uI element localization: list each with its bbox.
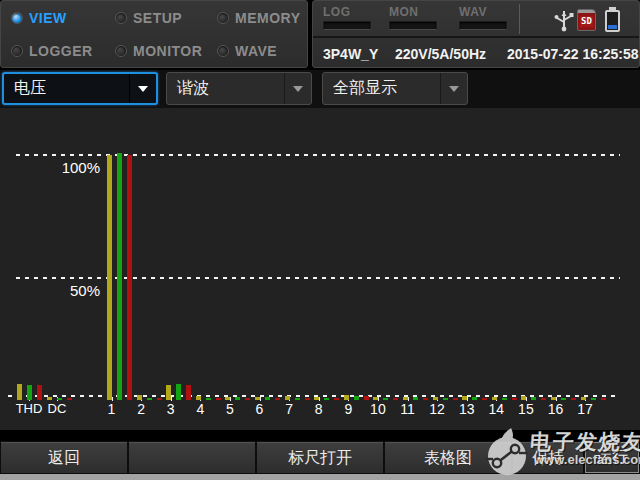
wiring-mode: 3P4W_Y [323,46,378,62]
bar-phase-B-green-2 [147,398,152,400]
ruler-open-button[interactable]: 标尺打开 [257,442,383,473]
x-axis-label: 10 [370,401,386,417]
top-bar: VIEW SETUP MEMORY LOGGER MONITOR WAVE [0,0,640,68]
mode-radio-wave[interactable]: WAVE [217,43,277,59]
mon-indicator: MON [389,5,437,30]
log-indicator: LOG [323,5,371,30]
channel-dropdown[interactable]: 电压 [2,72,158,105]
mode-label: VIEW [29,10,67,26]
x-axis-label: 3 [167,401,175,417]
bar-phase-B-green-13 [472,397,477,400]
softkey-bar: 返回 标尺打开 表格图 保持 运行 [0,441,640,474]
wav-indicator-bar [459,21,507,30]
mode-radio-logger[interactable]: LOGGER [11,43,93,59]
bar-phase-B-green-6 [265,397,270,400]
sd-card-label: SD [580,16,593,27]
x-axis-label: DC [48,401,67,416]
bar-phase-C-red-1 [127,155,132,400]
display-range-dropdown[interactable]: 全部显示 [322,72,468,105]
x-axis-label: THD [16,401,43,416]
bar-phase-A-yellow-14 [492,397,497,400]
bar-phase-B-green-THD [27,385,32,400]
radio-icon [115,45,127,57]
bar-phase-C-red-17 [601,398,606,400]
bar-phase-B-green-16 [561,398,566,400]
sd-card-icon: SD [577,9,596,31]
bar-phase-B-green-5 [235,397,240,400]
bar-phase-C-red-8 [334,398,339,400]
mode-label: WAVE [235,43,277,59]
mode-radio-memory[interactable]: MEMORY [217,10,300,26]
range-setting: 220V/5A/50Hz [395,46,486,62]
view-type-dropdown-value: 谐波 [167,78,284,99]
battery-icon [605,10,620,32]
bar-phase-B-green-12 [443,398,448,400]
radio-selected-icon [11,12,23,24]
dropdown-arrow-button[interactable] [284,73,311,104]
bar-phase-C-red-6 [275,398,280,400]
bar-phase-A-yellow-4 [196,396,201,400]
divider [519,4,520,34]
radio-icon [11,45,23,57]
mode-radio-monitor[interactable]: MONITOR [115,43,202,59]
mon-indicator-label: MON [389,5,437,19]
table-view-button[interactable]: 表格图 [385,442,511,473]
empty-softkey[interactable] [129,442,255,473]
hold-button[interactable]: 保持 [513,442,583,473]
bar-phase-A-yellow-9 [344,395,349,400]
chevron-down-icon [138,86,148,92]
mode-radio-view[interactable]: VIEW [11,10,67,26]
bar-phase-C-red-7 [305,398,310,400]
bar-phase-A-yellow-6 [255,397,260,400]
mode-label: MEMORY [235,10,300,26]
bar-phase-C-red-13 [482,398,487,400]
bar-phase-C-red-16 [571,398,576,400]
mode-radio-panel: VIEW SETUP MEMORY LOGGER MONITOR WAVE [0,0,308,68]
selector-toolbar: 电压 谐波 全部显示 [0,70,640,108]
bar-phase-B-green-1 [117,153,122,400]
radio-icon [217,12,229,24]
bar-phase-B-green-15 [531,397,536,400]
bar-phase-A-yellow-13 [462,396,467,400]
status-panel: LOG MON WAV [312,0,640,68]
x-axis-label: 4 [196,401,204,417]
dropdown-arrow-button[interactable] [129,74,156,103]
dropdown-arrow-button[interactable] [440,73,467,104]
datetime: 2015-07-22 16:25:58 [507,46,639,62]
bar-phase-C-red-11 [423,398,428,400]
bar-phase-B-green-17 [591,398,596,400]
bar-phase-A-yellow-8 [314,397,319,400]
back-button[interactable]: 返回 [1,442,127,473]
harmonics-chart: 100% 50% THDDC1234567891011121314151617 [0,108,640,430]
channel-dropdown-value: 电压 [4,78,129,99]
bar-phase-B-green-7 [295,398,300,400]
x-axis-label: 16 [548,401,564,417]
x-axis-label: 1 [108,401,116,417]
radio-icon [217,45,229,57]
wav-indicator: WAV [459,5,507,30]
log-indicator-label: LOG [323,5,371,19]
bar-phase-A-yellow-16 [551,397,556,400]
indicator-row: LOG MON WAV [313,1,639,38]
bar-phase-A-yellow-5 [225,397,230,400]
run-status-button[interactable]: 运行 [585,442,639,473]
log-indicator-bar [323,21,371,30]
bar-phase-A-yellow-DC [47,397,52,400]
bar-phase-C-red-10 [393,398,398,400]
x-axis-label: 11 [400,401,415,417]
bar-phase-A-yellow-15 [521,396,526,400]
x-axis-label: 7 [285,401,293,417]
display-range-dropdown-value: 全部显示 [323,78,440,99]
status-row: 3P4W_Y 220V/5A/50Hz 2015-07-22 16:25:58 [313,40,639,68]
bar-phase-A-yellow-11 [403,397,408,400]
bar-phase-B-green-DC [57,398,62,400]
bar-phase-C-red-4 [216,398,221,400]
view-type-dropdown[interactable]: 谐波 [166,72,312,105]
battery-charge-level [608,25,617,29]
bar-phase-B-green-14 [502,398,507,400]
mode-radio-setup[interactable]: SETUP [115,10,182,26]
bar-phase-A-yellow-2 [137,395,142,400]
bar-phase-C-red-12 [453,398,458,400]
mon-indicator-bar [389,21,437,30]
bar-phase-B-green-9 [354,396,359,400]
